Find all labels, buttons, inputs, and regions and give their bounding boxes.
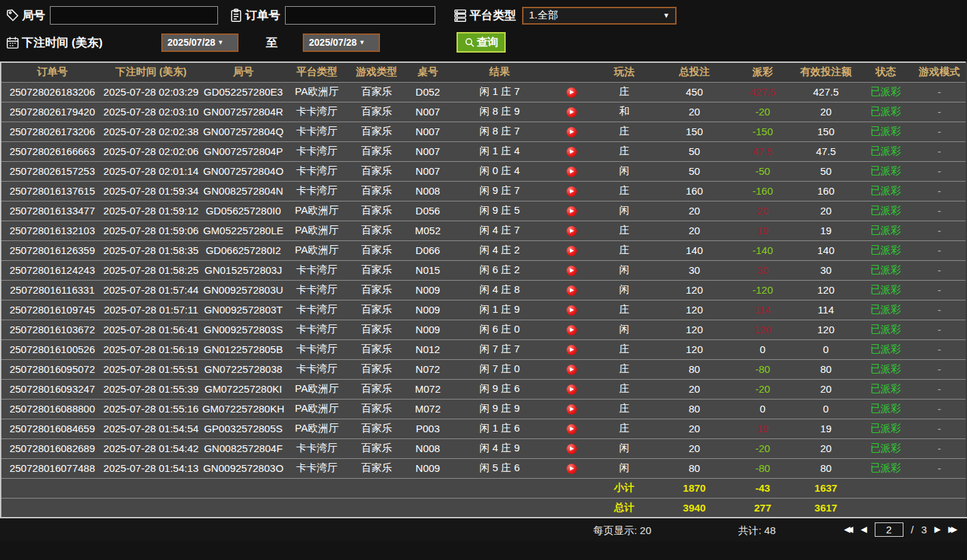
cell-video bbox=[551, 141, 592, 161]
play-video-icon[interactable] bbox=[567, 444, 577, 454]
cell-game-mode: - bbox=[913, 379, 966, 399]
cell-total-bet: 20 bbox=[657, 419, 732, 438]
cell-total-bet: 120 bbox=[657, 280, 732, 300]
date-from-picker[interactable]: 2025/07/28 ▼ bbox=[161, 33, 239, 52]
cell-game-no: GM072257280KH bbox=[199, 399, 288, 419]
cell-game-type: 百家乐 bbox=[346, 181, 407, 201]
play-video-icon[interactable] bbox=[567, 127, 577, 137]
search-button[interactable]: 查询 bbox=[457, 32, 506, 53]
summary-blank bbox=[913, 498, 966, 518]
cell-game-no: GD052257280E3 bbox=[199, 82, 288, 102]
first-page-button[interactable]: ◀◀ bbox=[844, 522, 853, 537]
date-to-picker[interactable]: 2025/07/28 ▼ bbox=[303, 33, 380, 52]
table-row: 2507280261666632025-07-28 02:02:06GN0072… bbox=[1, 141, 966, 161]
calendar-icon bbox=[5, 36, 20, 50]
cell-order-no: 250728016088800 bbox=[1, 399, 103, 419]
cell-order-no: 250728016116331 bbox=[1, 280, 103, 300]
cell-platform: 卡卡湾厅 bbox=[288, 438, 346, 458]
play-video-icon[interactable] bbox=[567, 424, 577, 434]
cell-game-mode: - bbox=[913, 141, 966, 161]
order-no-input[interactable] bbox=[285, 6, 435, 25]
subtotal-row: 小计1870-431637 bbox=[1, 478, 966, 498]
table-footer: 每页显示: 20 共计: 48 ◀◀ ◀ / 3 ▶ ▶▶ bbox=[0, 518, 967, 542]
cell-game-type: 百家乐 bbox=[346, 438, 407, 458]
game-no-input[interactable] bbox=[50, 6, 218, 25]
cell-play-type: 庄 bbox=[592, 379, 657, 399]
play-video-icon[interactable] bbox=[567, 365, 577, 375]
cell-result: 闲 6 庄 0 bbox=[448, 320, 551, 339]
cell-game-type: 百家乐 bbox=[346, 82, 407, 102]
last-page-button[interactable]: ▶▶ bbox=[949, 522, 957, 537]
cell-table-no: D056 bbox=[407, 201, 448, 221]
cell-bet-time: 2025-07-28 01:59:12 bbox=[103, 201, 199, 221]
table-row: 2507280161376152025-07-28 01:59:34GN0082… bbox=[1, 181, 966, 201]
cell-play-type: 闲 bbox=[592, 438, 657, 458]
cell-result: 闲 9 庄 5 bbox=[448, 201, 551, 221]
play-video-icon[interactable] bbox=[567, 345, 577, 355]
cell-play-type: 庄 bbox=[592, 300, 657, 320]
cell-valid-bet: 427.5 bbox=[793, 82, 858, 102]
summary-blank bbox=[913, 478, 966, 498]
column-header: 状态 bbox=[858, 62, 913, 82]
cell-bet-time: 2025-07-28 02:03:29 bbox=[103, 82, 199, 102]
cell-table-no: D052 bbox=[407, 82, 448, 102]
cell-valid-bet: 120 bbox=[793, 280, 858, 300]
cell-game-type: 百家乐 bbox=[346, 240, 407, 260]
summary-blank bbox=[1, 478, 592, 498]
cell-platform: PA欧洲厅 bbox=[288, 82, 346, 102]
column-header: 下注时间 (美东) bbox=[103, 62, 199, 82]
play-video-icon[interactable] bbox=[567, 384, 577, 395]
cell-game-no: GN0152572803J bbox=[199, 260, 288, 280]
play-video-icon[interactable] bbox=[567, 305, 577, 316]
play-video-icon[interactable] bbox=[567, 266, 577, 276]
cell-result: 闲 1 庄 4 bbox=[448, 141, 551, 161]
play-video-icon[interactable] bbox=[567, 464, 577, 474]
table-row: 2507280160774882025-07-28 01:54:13GN0092… bbox=[1, 458, 966, 478]
next-page-button[interactable]: ▶ bbox=[934, 522, 940, 537]
cell-table-no: N009 bbox=[407, 300, 448, 320]
play-video-icon[interactable] bbox=[567, 404, 577, 415]
play-video-icon[interactable] bbox=[567, 226, 577, 236]
play-video-icon[interactable] bbox=[567, 206, 577, 216]
cell-order-no: 250728016093247 bbox=[1, 379, 103, 399]
play-video-icon[interactable] bbox=[567, 285, 577, 296]
play-video-icon[interactable] bbox=[567, 167, 577, 177]
cell-bet-time: 2025-07-28 01:58:35 bbox=[103, 240, 199, 260]
cell-game-mode: - bbox=[913, 181, 966, 201]
cell-game-mode: - bbox=[913, 438, 966, 458]
play-video-icon[interactable] bbox=[567, 186, 577, 197]
play-video-icon[interactable] bbox=[567, 246, 577, 256]
cell-status: 已派彩 bbox=[858, 181, 913, 201]
summary-label: 总计 bbox=[592, 498, 657, 518]
table-row: 2507280160826892025-07-28 01:54:42GN0082… bbox=[1, 438, 966, 458]
cell-valid-bet: 47.5 bbox=[793, 141, 858, 161]
date-to-value: 2025/07/28 bbox=[309, 37, 357, 48]
cell-valid-bet: 160 bbox=[793, 181, 858, 201]
cell-game-no: GN0092572803U bbox=[199, 280, 288, 300]
cell-status: 已派彩 bbox=[858, 161, 913, 181]
platform-type-select[interactable]: 1.全部 ▼ bbox=[522, 7, 677, 25]
cell-bet-time: 2025-07-28 01:55:51 bbox=[103, 359, 199, 379]
play-video-icon[interactable] bbox=[567, 325, 577, 335]
cell-play-type: 庄 bbox=[592, 399, 657, 419]
play-video-icon[interactable] bbox=[567, 107, 577, 117]
play-video-icon[interactable] bbox=[567, 87, 577, 98]
cell-valid-bet: 80 bbox=[793, 458, 858, 478]
cell-result: 闲 1 庄 9 bbox=[448, 300, 551, 320]
cell-game-mode: - bbox=[913, 419, 966, 438]
cell-game-type: 百家乐 bbox=[346, 359, 407, 379]
cell-status: 已派彩 bbox=[858, 280, 913, 300]
column-header: 派彩 bbox=[732, 62, 793, 82]
cell-result: 闲 1 庄 7 bbox=[448, 82, 551, 102]
page-input[interactable] bbox=[875, 522, 903, 537]
cell-order-no: 250728016103672 bbox=[1, 320, 103, 339]
cell-platform: 卡卡湾厅 bbox=[288, 280, 346, 300]
table-row: 2507280161242432025-07-28 01:58:25GN0152… bbox=[1, 260, 966, 280]
play-video-icon[interactable] bbox=[567, 147, 577, 157]
platform-type-label: 平台类型 bbox=[469, 8, 516, 23]
cell-play-type: 庄 bbox=[592, 181, 657, 201]
cell-game-no: GN0092572803S bbox=[199, 320, 288, 339]
cell-game-no: GD066257280I2 bbox=[199, 240, 288, 260]
cell-payout: 19 bbox=[732, 419, 793, 438]
prev-page-button[interactable]: ◀ bbox=[861, 522, 867, 537]
